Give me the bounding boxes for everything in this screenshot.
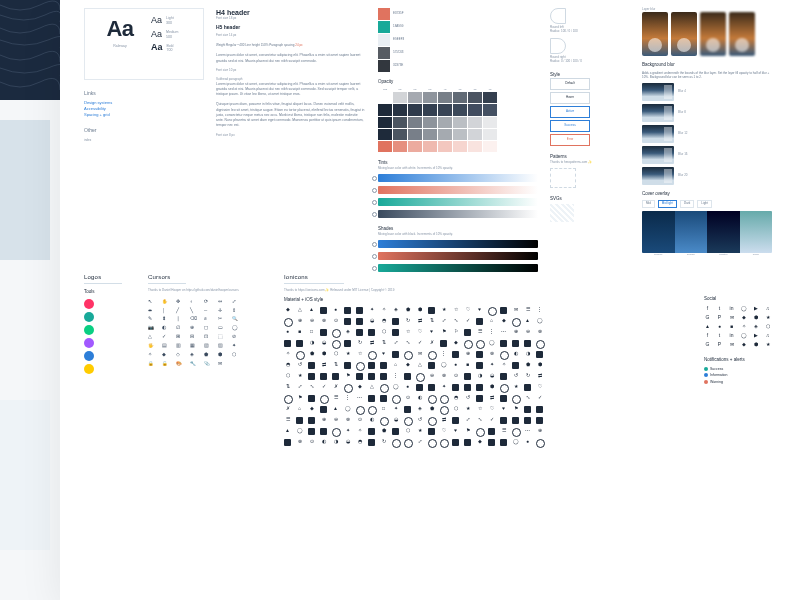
ionicon: [500, 351, 509, 360]
ionicon: [476, 340, 485, 349]
ionicon: ●: [404, 384, 411, 391]
ionicon: [500, 395, 507, 402]
ionicon: [344, 384, 353, 393]
cursor-icon: ✛: [218, 308, 227, 314]
cursor-icon: ✧: [148, 352, 157, 358]
cursor-icon: ❘: [176, 316, 185, 322]
ionicon: [356, 329, 363, 336]
cursor-icon: ⤢: [232, 299, 241, 305]
cursor-icon: │: [162, 308, 171, 314]
swatch-18A999: 18A999: [378, 21, 538, 33]
ionicon: [332, 340, 341, 349]
social-icon: t: [716, 306, 723, 313]
cursor-icon: ⌖: [190, 299, 199, 305]
ionicon: [392, 395, 401, 404]
link-accessibility[interactable]: Accessibility: [84, 106, 204, 111]
ionicon: [404, 406, 411, 413]
ionicon: [392, 439, 401, 448]
ionicon: [380, 362, 387, 369]
ionicon: [404, 351, 413, 360]
ionicon: ⚑: [296, 395, 303, 402]
cover-label-lighten: Lighten: [707, 253, 740, 256]
ionicon: [284, 395, 293, 404]
font-family-card: Aa Raleway AaLight300AaMedium500AaBold70…: [84, 8, 204, 80]
ionicon: ♥: [500, 406, 507, 413]
ionicon: [476, 395, 483, 402]
h5-sample: H5 header: [216, 24, 366, 31]
ionicon: [524, 340, 531, 347]
ionicon: ⋯: [500, 329, 507, 336]
ionicon: [500, 439, 507, 446]
ionicon: ⌂: [392, 362, 399, 369]
social-icon: ●: [716, 324, 723, 331]
cursor-icon: ⎚: [204, 316, 213, 322]
cursor-icon: ⇕: [232, 308, 241, 314]
ionicon: ⬡: [332, 351, 339, 358]
ionicon: ⇄: [488, 395, 495, 402]
ionicon: ⋮: [440, 351, 447, 358]
cursor-icon: ⊕: [190, 325, 199, 331]
opacity-col-30: [453, 92, 467, 152]
ionicon: [476, 384, 483, 391]
social-icon: ★: [764, 342, 771, 349]
opacity-header-60: 60: [408, 88, 422, 91]
ionicon: ◯: [392, 384, 399, 391]
ionicon: [404, 373, 411, 380]
color-section: E0735F18A999E9EEF3575C6332373E Opacity 1…: [378, 8, 538, 268]
cursor-icon: ─: [204, 308, 213, 314]
cursor-icon: ⬢: [218, 352, 227, 358]
ionicon: ⋮: [536, 307, 543, 314]
style-success: Success: [550, 120, 590, 132]
opacity-col-50: [423, 92, 437, 152]
ionicon: ⊗: [488, 351, 495, 358]
ionicon: [404, 417, 413, 426]
notif-information: Information: [704, 373, 784, 378]
font-weight-bold: AaBold700: [151, 42, 199, 54]
cover-overlay-preview: [642, 211, 772, 253]
ionicon: [464, 340, 473, 349]
cursor-icon: ✂: [218, 316, 227, 322]
cover-tab-light[interactable]: Light: [697, 200, 712, 208]
ionicon: ⊙: [308, 439, 315, 446]
social-icon: P: [716, 315, 723, 322]
ionicon: ☆: [356, 351, 363, 358]
style-error: Error: [550, 134, 590, 146]
ionicon: [320, 373, 327, 380]
ionicon: [284, 439, 291, 446]
ionicon: ★: [512, 384, 519, 391]
style-heading: Style: [550, 72, 630, 78]
ionicon: ⋮: [392, 373, 399, 380]
ionicon: ◐: [512, 351, 519, 358]
ionicon: ⊖: [524, 329, 531, 336]
ionicon: [356, 307, 363, 314]
right-lists: Social ftin◯▶♫GP✉◆⬢★▲●■✧◈⬡ftin◯▶♫GP✉◆⬢★ …: [704, 274, 784, 448]
social-icon: ⬡: [764, 324, 771, 331]
ionicon: [368, 329, 375, 336]
ionicon: [476, 362, 483, 369]
opacity-col-80: [393, 92, 407, 152]
ionicon: ♥: [428, 329, 435, 336]
ionicon: [488, 439, 495, 446]
cursor-icon: ↖: [148, 299, 157, 305]
ionicon: [452, 439, 459, 446]
social-icon: ◈: [752, 324, 759, 331]
link-spacing-grid[interactable]: Spacing + grid: [84, 112, 204, 117]
ionicon: [368, 362, 375, 369]
ionicon: ⬢: [488, 384, 495, 391]
ionicon: ⊙: [452, 373, 459, 380]
side-accent-bar-1: [0, 120, 50, 260]
social-icon: ⬢: [752, 315, 759, 322]
cover-tab-mid-light[interactable]: Mid light: [658, 200, 677, 208]
ionicon: ★: [296, 373, 303, 380]
cover-tab-mid[interactable]: Mid: [642, 200, 655, 208]
ionicon: [464, 439, 471, 446]
cursor-icon: ⬚: [218, 334, 227, 340]
social-icon: f: [704, 306, 711, 313]
side-accent-bar-2: [0, 400, 50, 550]
opacity-header-10: 10: [483, 88, 497, 91]
cursor-icon: ⌫: [190, 316, 199, 322]
social-icon: ◯: [740, 333, 747, 340]
ionicon: ✓: [536, 395, 543, 402]
link-design-systems[interactable]: Design systems: [84, 100, 204, 105]
cover-tab-dark[interactable]: Dark: [680, 200, 694, 208]
